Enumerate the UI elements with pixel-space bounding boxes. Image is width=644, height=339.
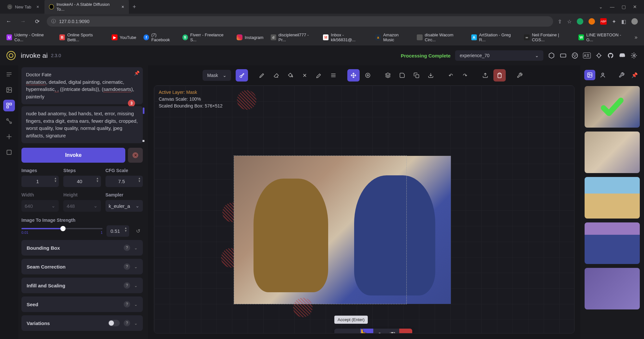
close-window-icon[interactable]: ✕ [633,4,637,9]
brush-tool-base-icon[interactable] [236,69,248,82]
gallery-thumbnail[interactable] [585,86,640,128]
back-icon[interactable]: ← [4,18,14,25]
share-icon[interactable]: ⇪ [558,19,562,25]
cancel-button[interactable]: ✕ [128,148,143,163]
gallery-pin-icon[interactable]: 📌 [629,70,640,80]
rail-txt2img[interactable] [3,69,15,80]
stepper-arrows-icon[interactable]: ▲▼ [124,227,127,232]
help-icon[interactable]: ? [124,245,130,251]
github-icon[interactable] [607,52,614,59]
accordion-variations[interactable]: Variations ?⌄ [21,315,143,331]
staging-accept-icon[interactable]: ✓ [360,329,373,333]
url-input[interactable]: ⓘ 127.0.0.1:9090 [47,16,553,27]
staging-save-icon[interactable]: 💾 [386,329,399,333]
height-select[interactable]: 448⌄ [63,200,101,212]
move-tool-icon[interactable] [347,69,360,82]
undo-icon[interactable]: ↶ [445,69,457,82]
new-tab-button[interactable]: + [130,2,140,12]
bookmark[interactable]: f(7) Facebook [141,31,178,44]
resize-handle-icon[interactable] [142,140,144,142]
bookmark-star-icon[interactable]: ☆ [567,19,572,25]
chevron-down-icon[interactable]: ⌄ [599,4,603,9]
download-icon[interactable] [425,69,437,82]
positive-prompt[interactable]: 📌 Doctor Fateartstation, detailed, digit… [21,67,143,104]
minimize-icon[interactable]: — [610,4,614,9]
bookmarks-overflow-icon[interactable]: » [632,34,640,40]
reset-view-icon[interactable] [362,69,374,82]
forward-icon[interactable]: → [18,18,28,25]
i2i-strength-slider[interactable] [21,228,103,229]
bookmark[interactable]: ▶YouTube [109,33,139,42]
help-icon[interactable]: ? [124,320,130,326]
browser-tab[interactable]: ◌ New Tab × [3,2,44,12]
pin-icon[interactable]: 📌 [134,70,140,77]
accordion-infill-scaling[interactable]: Infill and Scaling ?⌄ [21,278,143,293]
extension-icon[interactable] [588,18,595,25]
stepper-arrows-icon[interactable]: ▲▼ [54,177,57,183]
side-panel-icon[interactable]: ◧ [621,19,626,25]
help-icon[interactable]: ? [124,301,130,308]
gallery-thumbnail[interactable] [585,222,640,264]
steps-input[interactable] [63,176,101,187]
bookmark[interactable]: disable Wacom Circ... [414,31,466,44]
discord-icon[interactable] [619,52,626,59]
gallery-thumbnail[interactable] [585,132,640,173]
bookmark[interactable]: MInbox - klk56831@... [320,31,371,44]
delete-icon[interactable] [493,69,506,82]
model-dropdown[interactable]: experience_70 ⌄ [455,50,543,61]
fill-tool-icon[interactable] [284,69,297,82]
bookmark[interactable]: Instagram [234,33,266,42]
extension-icon[interactable] [577,18,583,25]
negative-prompt[interactable]: nude bad anatomy, bad hands, text, error… [21,106,143,143]
canvas-viewport[interactable]: Active Layer: Mask Canvas Scale: 100% Sc… [154,85,575,333]
lines-icon[interactable] [327,69,340,82]
cfg-input[interactable] [105,176,143,187]
gallery-thumbnail[interactable] [585,177,640,219]
language-icon[interactable]: A文 [583,53,591,58]
bookmark[interactable]: WLINE WEBTOON - G... [576,31,630,44]
bookmark[interactable]: aAmazon Music [373,31,412,44]
color-picker-tool-icon[interactable] [313,69,325,82]
bookmark[interactable]: ∞Neil Fontaine | CGS... [521,31,574,44]
stepper-arrows-icon[interactable]: ▲▼ [138,177,141,183]
cube-icon[interactable] [548,52,555,59]
browser-tab[interactable]: InvokeAI - A Stable Diffusion To... × [44,0,129,14]
bookmark[interactable]: AArtStation - Greg R... [469,31,520,44]
profile-avatar-icon[interactable] [631,18,638,25]
invoke-button[interactable]: Invoke [21,148,125,163]
bookmark[interactable]: ddiscipleneil777 - Pr... [268,31,319,44]
close-icon[interactable]: × [121,4,124,9]
rail-img2img[interactable] [3,84,15,96]
accordion-seed[interactable]: Seed ?⌄ [21,296,143,312]
rail-training[interactable] [3,146,15,158]
variations-toggle[interactable] [108,320,120,326]
sampler-select[interactable]: k_euler_a⌄ [105,200,143,212]
slider-thumb[interactable] [60,226,66,231]
extension-abp-icon[interactable]: ABP [600,18,607,25]
bug-icon[interactable] [595,52,602,59]
help-icon[interactable]: ? [124,282,130,289]
stepper-arrows-icon[interactable]: ▲▼ [96,177,99,183]
rail-postprocess[interactable] [3,131,15,143]
gallery-thumbnail[interactable] [585,268,640,309]
gallery-settings-icon[interactable] [616,70,627,80]
maximize-icon[interactable]: ▢ [622,4,626,9]
extensions-puzzle-icon[interactable]: ✦ [612,19,616,25]
palette-icon[interactable] [571,52,578,59]
staging-prev-icon[interactable]: ← [334,329,347,333]
eraser-tool-icon[interactable] [270,69,282,82]
clear-mask-icon[interactable]: ✕ [299,69,311,82]
gallery-tab-user-icon[interactable] [597,70,608,80]
copy-icon[interactable] [410,69,423,82]
upload-icon[interactable] [479,69,491,82]
width-select[interactable]: 640⌄ [21,200,59,212]
scrollbar-thumb[interactable] [143,107,144,114]
save-canvas-icon[interactable] [396,69,408,82]
bookmark[interactable]: fiFiverr - Freelance S... [180,31,232,44]
layer-select[interactable]: Mask⌄ [203,70,231,81]
brush-tool-icon[interactable] [256,69,268,82]
gallery-tab-results-icon[interactable] [584,70,595,80]
reload-icon[interactable]: ⟳ [32,18,42,25]
rail-nodes[interactable] [3,115,15,127]
accordion-seam-correction[interactable]: Seam Correction ?⌄ [21,259,143,274]
